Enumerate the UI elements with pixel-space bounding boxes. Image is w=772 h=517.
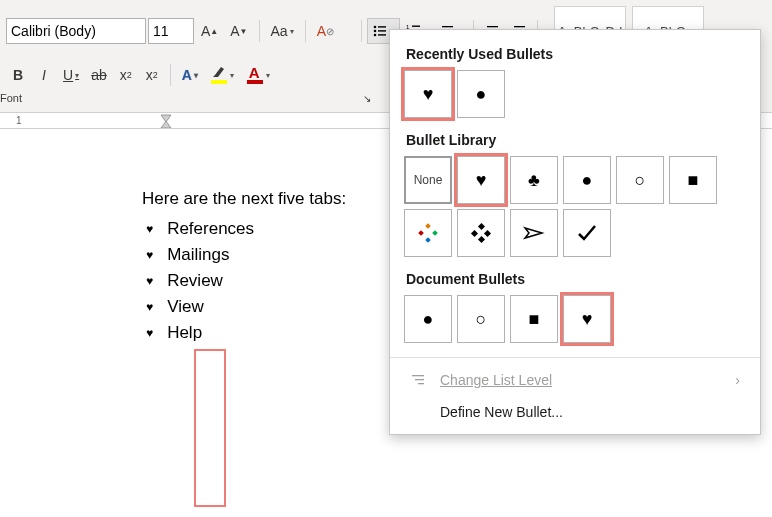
heart-icon: ♥	[146, 274, 153, 288]
highlight-button[interactable]: ▾	[205, 62, 239, 88]
bullet-circle[interactable]: ○	[616, 156, 664, 204]
bullet-none[interactable]: None	[404, 156, 452, 204]
list-item: ♥References	[146, 219, 362, 239]
svg-rect-3	[378, 30, 386, 31]
svg-rect-5	[378, 34, 386, 35]
bullet-heart[interactable]: ♥	[563, 295, 611, 343]
subscript-button[interactable]: x2	[114, 62, 138, 88]
svg-rect-12	[442, 26, 453, 27]
list-item: ♥Review	[146, 271, 362, 291]
svg-rect-29	[432, 230, 438, 236]
highlight-bullets-column	[194, 349, 226, 507]
heart-icon: ♥	[146, 326, 153, 340]
font-size-select[interactable]	[148, 18, 194, 44]
bullet-library-title: Bullet Library	[390, 126, 760, 156]
bullet-disc[interactable]: ●	[404, 295, 452, 343]
highlight-icon	[210, 66, 228, 80]
bullet-square[interactable]: ■	[510, 295, 558, 343]
svg-point-4	[374, 34, 377, 37]
svg-point-0	[374, 26, 377, 29]
list-level-icon	[410, 373, 428, 387]
svg-rect-27	[425, 237, 431, 243]
check-icon	[576, 222, 598, 244]
bullet-diamond-cluster[interactable]	[457, 209, 505, 257]
bullet-diamond4[interactable]	[404, 209, 452, 257]
svg-rect-33	[484, 230, 491, 237]
list-item: ♥Mailings	[146, 245, 362, 265]
font-color-button[interactable]: A ▾	[241, 62, 275, 88]
bullet-circle[interactable]: ○	[457, 295, 505, 343]
list-item: ♥Help	[146, 323, 362, 343]
bullet-arrow[interactable]	[510, 209, 558, 257]
svg-rect-35	[412, 375, 424, 376]
underline-button[interactable]: U▾	[58, 62, 84, 88]
bullet-list: ♥References ♥Mailings ♥Review ♥View ♥Hel…	[146, 219, 362, 343]
bullet-heart[interactable]: ♥	[404, 70, 452, 118]
bullet-disc[interactable]: ●	[457, 70, 505, 118]
intro-text: Here are the next five tabs:	[142, 189, 362, 209]
heart-icon: ♥	[146, 222, 153, 236]
svg-rect-28	[418, 230, 424, 236]
bullet-club[interactable]: ♣	[510, 156, 558, 204]
svg-rect-26	[425, 223, 431, 229]
italic-button[interactable]: I	[32, 62, 56, 88]
ruler-mark-1: 1	[16, 115, 22, 126]
increase-font-size-button[interactable]: A▲	[196, 18, 223, 44]
bullets-icon	[372, 23, 388, 39]
indent-marker-icon[interactable]	[159, 114, 173, 128]
svg-rect-32	[471, 230, 478, 237]
svg-rect-36	[415, 379, 424, 380]
clear-formatting-button[interactable]: A⊘	[312, 18, 339, 44]
svg-rect-37	[418, 383, 424, 384]
four-diamond-icon	[418, 223, 438, 243]
superscript-button[interactable]: x2	[140, 62, 164, 88]
define-new-bullet-item[interactable]: Define New Bullet...	[390, 396, 760, 428]
svg-marker-34	[525, 228, 542, 238]
svg-rect-30	[478, 223, 485, 230]
svg-rect-15	[487, 26, 498, 27]
change-list-level-item: Change List Level ›	[390, 364, 760, 396]
svg-rect-7	[412, 26, 420, 27]
decrease-font-size-button[interactable]: A▼	[225, 18, 252, 44]
list-item: ♥View	[146, 297, 362, 317]
document-bullets-title: Document Bullets	[390, 265, 760, 295]
recent-bullets-title: Recently Used Bullets	[390, 40, 760, 70]
font-name-select[interactable]	[6, 18, 146, 44]
heart-icon: ♥	[146, 248, 153, 262]
bullet-disc[interactable]: ●	[563, 156, 611, 204]
font-group-launcher-icon[interactable]: ↘	[363, 93, 375, 104]
strikethrough-button[interactable]: ab	[86, 62, 112, 88]
heart-icon: ♥	[146, 300, 153, 314]
text-effects-button[interactable]: A▾	[177, 62, 203, 88]
diamond-cluster-icon	[470, 222, 492, 244]
bullets-dropdown: Recently Used Bullets ♥ ● Bullet Library…	[389, 29, 761, 435]
bullet-check[interactable]	[563, 209, 611, 257]
svg-point-2	[374, 30, 377, 33]
svg-marker-25	[161, 121, 171, 128]
change-case-button[interactable]: Aa▾	[266, 18, 299, 44]
arrow-icon	[522, 223, 546, 243]
bullet-square[interactable]: ■	[669, 156, 717, 204]
chevron-right-icon: ›	[735, 372, 740, 388]
bold-button[interactable]: B	[6, 62, 30, 88]
svg-rect-1	[378, 26, 386, 27]
font-group-label: Font	[0, 92, 22, 104]
svg-rect-19	[514, 26, 525, 27]
bullet-heart[interactable]: ♥	[457, 156, 505, 204]
svg-rect-31	[478, 236, 485, 243]
svg-marker-23	[213, 67, 224, 77]
